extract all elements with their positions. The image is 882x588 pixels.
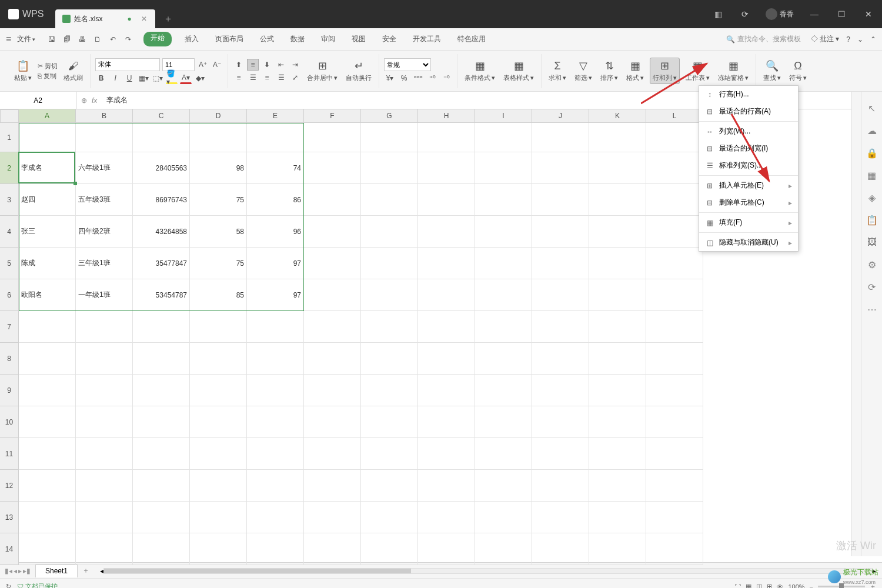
hamburger-icon[interactable]: ≡ xyxy=(6,34,11,45)
cell[interactable] xyxy=(475,533,532,565)
clipboard-icon[interactable]: 📋 xyxy=(866,214,878,226)
bold-button[interactable]: B xyxy=(95,72,107,84)
column-header[interactable]: F xyxy=(304,109,361,123)
cell[interactable] xyxy=(19,123,76,152)
cell[interactable] xyxy=(247,311,304,343)
cell[interactable]: 97 xyxy=(247,279,304,311)
row-header[interactable]: 9 xyxy=(0,375,19,406)
find-button[interactable]: 🔍 查找▾ xyxy=(761,58,783,83)
cell[interactable] xyxy=(475,279,532,311)
cell[interactable] xyxy=(361,248,418,279)
align-bottom-icon[interactable]: ⬇ xyxy=(261,59,273,71)
cell[interactable] xyxy=(589,438,646,470)
cell[interactable] xyxy=(76,533,133,565)
cell[interactable] xyxy=(76,438,133,470)
cell[interactable] xyxy=(304,343,361,375)
view-split-icon[interactable]: ⊞ xyxy=(767,583,772,588)
menu-item[interactable]: ↕行高(H)... xyxy=(699,86,798,103)
cell[interactable] xyxy=(475,375,532,406)
menu-item[interactable]: ⊟删除单元格(C)▸ xyxy=(699,194,798,211)
cell[interactable] xyxy=(361,123,418,152)
cell[interactable] xyxy=(532,248,589,279)
cell[interactable] xyxy=(646,311,703,343)
cell[interactable] xyxy=(532,533,589,565)
orientation-icon[interactable]: ⤢ xyxy=(289,72,301,83)
cell[interactable] xyxy=(133,502,190,533)
cell[interactable] xyxy=(304,502,361,533)
cell[interactable] xyxy=(247,343,304,375)
cell[interactable] xyxy=(418,184,475,216)
comments-button[interactable]: ◇ 批注 ▾ xyxy=(811,34,840,44)
cell[interactable] xyxy=(247,123,304,152)
cell[interactable] xyxy=(589,123,646,152)
row-header[interactable]: 11 xyxy=(0,438,19,470)
align-right-icon[interactable]: ≡ xyxy=(261,72,273,83)
cell[interactable] xyxy=(19,343,76,375)
tab-home[interactable]: 开始 xyxy=(143,32,172,46)
cell[interactable]: 一年级1班 xyxy=(76,279,133,311)
row-header[interactable]: 7 xyxy=(0,311,19,343)
row-header[interactable]: 13 xyxy=(0,502,19,533)
worksheet-button[interactable]: ▦ 工作表▾ xyxy=(683,58,712,83)
sort-button[interactable]: ⇅ 排序▾ xyxy=(598,58,620,83)
align-center-icon[interactable]: ☰ xyxy=(247,72,259,83)
cell[interactable] xyxy=(589,406,646,438)
zoom-out-button[interactable]: − xyxy=(810,583,813,589)
stats-icon[interactable]: ▥ xyxy=(704,0,731,28)
cell[interactable] xyxy=(646,216,703,248)
cell[interactable] xyxy=(190,470,247,502)
cell[interactable]: 86 xyxy=(247,184,304,216)
menu-item[interactable]: ⊟最适合的行高(A) xyxy=(699,103,798,120)
cell[interactable] xyxy=(646,533,703,565)
cell[interactable] xyxy=(133,533,190,565)
wps-logo[interactable]: WPS xyxy=(0,9,52,19)
cell[interactable] xyxy=(76,311,133,343)
cell[interactable] xyxy=(247,406,304,438)
new-tab-button[interactable]: ＋ xyxy=(159,9,178,28)
cell[interactable] xyxy=(361,375,418,406)
row-header[interactable]: 2 xyxy=(0,152,19,184)
cell[interactable] xyxy=(133,123,190,152)
row-header[interactable]: 3 xyxy=(0,184,19,216)
column-header[interactable]: H xyxy=(418,109,475,123)
selection-handle[interactable] xyxy=(74,182,77,185)
cell[interactable]: 58 xyxy=(190,216,247,248)
cell[interactable] xyxy=(532,184,589,216)
maximize-button[interactable]: ☐ xyxy=(828,0,855,28)
column-header[interactable]: D xyxy=(190,109,247,123)
underline-button[interactable]: U xyxy=(123,72,135,84)
cell[interactable] xyxy=(589,470,646,502)
cell[interactable] xyxy=(304,123,361,152)
minimize-button[interactable]: — xyxy=(801,0,828,28)
font-select[interactable] xyxy=(95,58,160,71)
thousand-icon[interactable]: ᵒᵒᵒ xyxy=(412,72,424,84)
cell[interactable] xyxy=(532,343,589,375)
cell[interactable] xyxy=(475,343,532,375)
gear-icon[interactable]: ⚙ xyxy=(866,259,878,270)
column-header[interactable]: K xyxy=(589,109,646,123)
conditional-format-button[interactable]: ▦ 条件格式▾ xyxy=(462,58,497,83)
cell[interactable] xyxy=(418,502,475,533)
cell[interactable] xyxy=(361,533,418,565)
cell[interactable] xyxy=(304,533,361,565)
cell[interactable] xyxy=(475,502,532,533)
cell[interactable] xyxy=(190,502,247,533)
cell[interactable] xyxy=(19,470,76,502)
cell[interactable] xyxy=(133,311,190,343)
cell[interactable] xyxy=(133,375,190,406)
cell[interactable] xyxy=(475,216,532,248)
cell[interactable] xyxy=(646,406,703,438)
menu-item[interactable]: ⊞插入单元格(E)▸ xyxy=(699,177,798,194)
menu-item[interactable]: ☰标准列宽(S)... xyxy=(699,157,798,174)
cell[interactable] xyxy=(646,438,703,470)
align-middle-icon[interactable]: ≡ xyxy=(247,59,259,71)
cell[interactable] xyxy=(532,438,589,470)
more-icon[interactable]: ⌃ xyxy=(870,35,876,44)
document-tab[interactable]: 姓名.xlsx ● ✕ xyxy=(55,9,155,28)
cell[interactable]: 六年级1班 xyxy=(76,152,133,184)
cell[interactable] xyxy=(190,375,247,406)
percent-icon[interactable]: % xyxy=(398,72,410,84)
font-color-button[interactable]: A▾ xyxy=(180,72,192,84)
cell[interactable] xyxy=(361,311,418,343)
cell[interactable] xyxy=(190,311,247,343)
